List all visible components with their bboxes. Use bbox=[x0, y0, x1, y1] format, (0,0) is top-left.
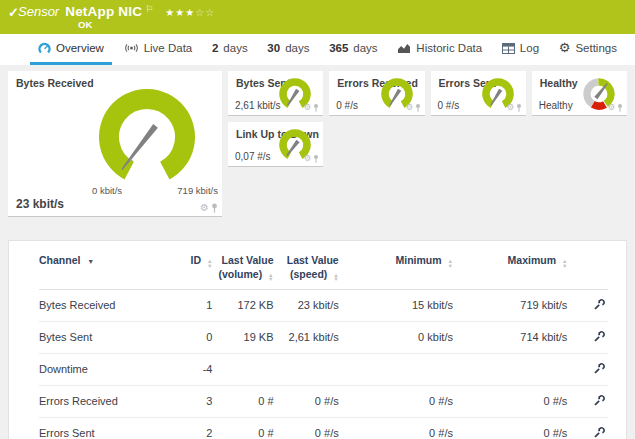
table-row[interactable]: Errors Received30 #0 #/s0 #/s0 #/s bbox=[39, 385, 608, 417]
gauge-card-link-up-to-down: Link Up to Down0,07 #/s⚙ bbox=[228, 122, 323, 167]
pin-icon[interactable] bbox=[313, 155, 319, 164]
pin-icon[interactable] bbox=[415, 104, 421, 113]
gear-icon[interactable]: ⚙ bbox=[608, 104, 616, 113]
bytes-received-gauge: × bbox=[72, 89, 222, 189]
gauge-actions: ⚙ bbox=[405, 104, 420, 113]
tab-label: days bbox=[285, 42, 309, 54]
tab-2-days[interactable]: 2days bbox=[204, 34, 256, 65]
cell-channel: Bytes Sent bbox=[39, 321, 166, 353]
gauge-card-bytes-received: Bytes Received × 0 kbit/s 719 kbit/s 23 … bbox=[8, 71, 222, 217]
cell-minimum: 0 #/s bbox=[339, 385, 453, 417]
tab-number: 365 bbox=[329, 42, 348, 54]
gauge-current-value: 0 #/s bbox=[438, 100, 460, 111]
object-type-label: Sensor bbox=[18, 4, 59, 19]
gauge-column-4: HealthyHealthy⚙ bbox=[532, 71, 627, 116]
cell-actions bbox=[567, 417, 608, 439]
sensor-title: NetApp NIC bbox=[65, 4, 142, 19]
channel-settings-icon[interactable] bbox=[593, 330, 606, 343]
sort-icon: ▲▼ bbox=[333, 273, 338, 282]
pin-icon[interactable] bbox=[516, 104, 522, 113]
column-header-maximum[interactable]: Maximum ▲▼ bbox=[453, 245, 567, 289]
gauge-column-2: Errors Received0 #/s⚙ bbox=[329, 71, 424, 116]
cell-last-value-speed: 2,61 kbit/s bbox=[274, 321, 339, 353]
cell-maximum: 0 #/s bbox=[453, 417, 567, 439]
tab-30-days[interactable]: 30days bbox=[259, 34, 317, 65]
cell-last-value-volume: 172 KB bbox=[212, 289, 273, 321]
priority-stars[interactable]: ★★★☆☆ bbox=[165, 7, 215, 18]
priority-flag-icon[interactable]: ⚐ bbox=[145, 4, 153, 14]
log-icon bbox=[502, 43, 515, 54]
pin-icon[interactable] bbox=[617, 104, 623, 113]
sort-desc-icon: ▼ bbox=[87, 258, 94, 265]
table-row[interactable]: Errors Sent20 #0 #/s0 #/s0 #/s bbox=[39, 417, 608, 439]
cell-actions bbox=[567, 289, 608, 321]
tab-label: Historic Data bbox=[416, 42, 482, 54]
cell-id: 3 bbox=[166, 385, 212, 417]
gear-icon[interactable]: ⚙ bbox=[304, 104, 312, 113]
column-header-last-value[interactable]: Last Value(volume) ▲▼ bbox=[212, 245, 273, 289]
gauge-card-errors-received: Errors Received0 #/s⚙ bbox=[329, 71, 424, 116]
cell-id: 1 bbox=[166, 289, 212, 321]
channel-settings-icon[interactable] bbox=[593, 426, 606, 439]
cell-actions bbox=[567, 353, 608, 385]
gauge-current-value: 0 #/s bbox=[336, 100, 358, 111]
tab-historic-data[interactable]: Historic Data bbox=[389, 34, 490, 65]
gear-icon[interactable]: ⚙ bbox=[506, 104, 514, 113]
tab-label: days bbox=[353, 42, 377, 54]
gear-icon[interactable]: ⚙ bbox=[304, 155, 312, 164]
overview-panel: Bytes Received × 0 kbit/s 719 kbit/s 23 … bbox=[0, 65, 635, 223]
table-body: Bytes Received1172 KB23 kbit/s15 kbit/s7… bbox=[39, 289, 608, 439]
live-icon bbox=[124, 42, 139, 54]
tab-live-data[interactable]: Live Data bbox=[116, 34, 201, 65]
cell-last-value-volume bbox=[212, 353, 273, 385]
gauge-min-label: 0 kbit/s bbox=[92, 185, 122, 196]
stars-filled: ★★★ bbox=[165, 7, 195, 18]
tab-settings[interactable]: ⚙Settings bbox=[551, 34, 625, 65]
svg-text:×: × bbox=[129, 156, 133, 163]
cell-id: -4 bbox=[166, 353, 212, 385]
cell-last-value-volume: 0 # bbox=[212, 385, 273, 417]
gear-icon: ⚙ bbox=[559, 42, 571, 54]
gauge-column-3: Errors Sent0 #/s⚙ bbox=[431, 71, 526, 116]
table-row[interactable]: Bytes Sent019 KB2,61 kbit/s0 kbit/s714 k… bbox=[39, 321, 608, 353]
gauge-actions: ⚙ bbox=[506, 104, 521, 113]
cell-id: 2 bbox=[166, 417, 212, 439]
sensor-header: ✓ Sensor NetApp NIC ⚐ ★★★☆☆ OK bbox=[0, 0, 635, 34]
table-row[interactable]: Downtime-4 bbox=[39, 353, 608, 385]
tab-log[interactable]: Log bbox=[494, 34, 547, 65]
channel-table-panel: Channel ▼ID ▲▼Last Value(volume) ▲▼Last … bbox=[8, 240, 627, 439]
tab-overview[interactable]: Overview bbox=[30, 34, 112, 65]
cell-channel: Errors Received bbox=[39, 385, 166, 417]
cell-channel: Bytes Received bbox=[39, 289, 166, 321]
gauge-card-bytes-sent: Bytes Sent2,61 kbit/s⚙ bbox=[228, 71, 323, 116]
table-header-row: Channel ▼ID ▲▼Last Value(volume) ▲▼Last … bbox=[39, 245, 608, 289]
gauge-card-healthy: HealthyHealthy⚙ bbox=[532, 71, 627, 116]
gauge-current-value: Healthy bbox=[539, 100, 573, 111]
column-header-minimum[interactable]: Minimum ▲▼ bbox=[339, 245, 453, 289]
cell-minimum: 15 kbit/s bbox=[339, 289, 453, 321]
column-header-id[interactable]: ID ▲▼ bbox=[166, 245, 212, 289]
gear-icon[interactable]: ⚙ bbox=[200, 203, 209, 213]
tab-365-days[interactable]: 365days bbox=[321, 34, 385, 65]
channel-settings-icon[interactable] bbox=[593, 298, 606, 311]
gauge-max-label: 719 kbit/s bbox=[177, 185, 218, 196]
table-row[interactable]: Bytes Received1172 KB23 kbit/s15 kbit/s7… bbox=[39, 289, 608, 321]
cell-last-value-speed: 23 kbit/s bbox=[274, 289, 339, 321]
channel-settings-icon[interactable] bbox=[593, 394, 606, 407]
stars-empty: ☆☆ bbox=[195, 7, 215, 18]
cell-maximum: 0 #/s bbox=[453, 385, 567, 417]
tab-number: 30 bbox=[267, 42, 280, 54]
cell-minimum bbox=[339, 353, 453, 385]
channel-settings-icon[interactable] bbox=[593, 362, 606, 375]
column-header-channel[interactable]: Channel ▼ bbox=[39, 245, 166, 289]
cell-minimum: 0 #/s bbox=[339, 417, 453, 439]
sort-icon: ▲▼ bbox=[562, 259, 567, 268]
cell-maximum: 719 kbit/s bbox=[453, 289, 567, 321]
gear-icon[interactable]: ⚙ bbox=[405, 104, 413, 113]
gauge-actions: ⚙ bbox=[608, 104, 623, 113]
pin-icon[interactable] bbox=[313, 104, 319, 113]
column-header-last-value[interactable]: Last Value(speed) ▲▼ bbox=[274, 245, 339, 289]
gauge-actions: ⚙ bbox=[200, 203, 218, 213]
cell-last-value-volume: 19 KB bbox=[212, 321, 273, 353]
pin-icon[interactable] bbox=[211, 203, 218, 213]
